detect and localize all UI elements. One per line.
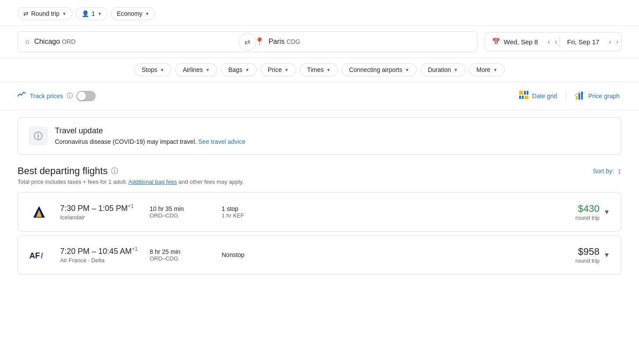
travel-update-card: ⓘ Travel update Coronavirus disease (COV…	[18, 117, 621, 155]
route-text-2: ORD–CDG	[150, 255, 211, 262]
track-prices-toggle[interactable]	[76, 91, 96, 101]
destination-field[interactable]: 📍 Paris CDG	[248, 32, 477, 52]
depart-date-next[interactable]: ›	[553, 35, 560, 49]
swap-airports-button[interactable]: ⇄	[239, 33, 256, 50]
return-date-field[interactable]: Fri, Sep 17	[560, 33, 606, 51]
swap-icon: ⇄	[23, 10, 29, 17]
flight-card-1[interactable]: 7:30 PM – 1:05 PM+1 Icelandair 10 hr 35 …	[18, 192, 621, 232]
airlines-label: Airlines	[183, 66, 203, 73]
additional-bag-fees-link[interactable]: Additional bag fees	[129, 178, 177, 185]
passengers-label: 1	[92, 10, 95, 17]
stops-label: Stops	[142, 66, 158, 73]
track-right: Date grid Price graph	[517, 89, 621, 103]
svg-rect-3	[519, 96, 521, 99]
flight-stops-1: 1 stop 1 hr KEF	[222, 205, 274, 219]
depart-date-prev[interactable]: ‹	[545, 35, 553, 49]
origin-field[interactable]: ○ Chicago ORD	[18, 32, 248, 52]
cabin-class-label: Economy	[117, 10, 142, 17]
stop-detail-1: 1 hr KEF	[222, 212, 274, 219]
results-header: Best departing flights ⓘ Sort by: ↕	[18, 165, 621, 177]
stops-chevron: ▼	[160, 68, 165, 72]
svg-text:AF: AF	[29, 251, 40, 260]
connecting-airports-chevron: ▼	[405, 68, 409, 72]
icelandair-logo-svg	[30, 203, 48, 221]
airlines-chevron: ▼	[205, 68, 210, 72]
flight-card-2[interactable]: AF / 7:20 PM – 10:45 AM+1 Air France · D…	[18, 235, 621, 275]
svg-rect-0	[519, 91, 523, 95]
filter-bags[interactable]: Bags ▼	[221, 63, 257, 76]
origin-code: ORD	[62, 38, 75, 45]
bags-chevron: ▼	[245, 68, 249, 72]
svg-rect-6	[576, 96, 578, 100]
return-date-next[interactable]: ›	[614, 35, 621, 49]
travel-update-content: Travel update Coronavirus disease (COVID…	[55, 126, 245, 145]
return-date-label: Fri, Sep 17	[567, 38, 599, 46]
price-graph-icon	[575, 91, 585, 101]
duration-text-1: 10 hr 35 min	[150, 205, 211, 212]
calendar-icon: 📅	[492, 38, 500, 46]
results-section: Best departing flights ⓘ Sort by: ↕ Tota…	[0, 162, 639, 285]
filter-price[interactable]: Price ▼	[260, 63, 296, 76]
flight-stops-2: Nonstop	[222, 251, 274, 258]
bags-label: Bags	[228, 66, 242, 73]
subtitle-end: and other fees may apply.	[179, 178, 244, 185]
results-title-row: Best departing flights ⓘ	[18, 165, 118, 177]
flight-times-1: 7:30 PM – 1:05 PM+1 Icelandair	[60, 203, 139, 221]
price-label: Price	[268, 66, 282, 73]
svg-rect-1	[524, 91, 526, 95]
route-text-1: ORD–CDG	[150, 212, 211, 219]
flight-expand-1[interactable]: ▾	[603, 205, 610, 218]
airline-logo-2: AF /	[29, 244, 50, 265]
track-left: Track prices ⓘ	[18, 91, 517, 101]
times-chevron: ▼	[326, 68, 330, 72]
trip-type-label: Round trip	[31, 10, 60, 17]
filter-airlines[interactable]: Airlines ▼	[175, 63, 217, 76]
origin-circle-icon: ○	[25, 37, 30, 46]
date-grid-button[interactable]: Date grid	[517, 89, 559, 103]
duration-text-2: 8 hr 25 min	[150, 248, 211, 255]
travel-update-description: Coronavirus disease (COVID-19) may impac…	[55, 138, 197, 145]
filter-stops[interactable]: Stops ▼	[134, 63, 172, 76]
sort-by-label: Sort by:	[593, 168, 614, 175]
depart-date-label: Wed, Sep 8	[504, 38, 538, 46]
more-chevron: ▼	[493, 68, 497, 72]
return-date-prev[interactable]: ‹	[607, 35, 614, 49]
search-row: ○ Chicago ORD ⇄ 📍 Paris CDG 📅 Wed, Sep 8…	[0, 26, 639, 58]
more-label: More	[477, 66, 491, 73]
sort-icon: ↕	[617, 167, 621, 176]
price-graph-button[interactable]: Price graph	[573, 89, 621, 103]
price-graph-label: Price graph	[588, 93, 620, 100]
flight-times-2: 7:20 PM – 10:45 AM+1 Air France · Delta	[60, 246, 139, 264]
svg-rect-2	[527, 91, 528, 95]
filter-times[interactable]: Times ▼	[300, 63, 338, 76]
day-offset-1: +1	[128, 203, 134, 209]
filter-connecting-airports[interactable]: Connecting airports ▼	[341, 63, 416, 76]
cabin-class-selector[interactable]: Economy ▼	[111, 7, 155, 20]
airline-name-2: Air France · Delta	[60, 257, 139, 264]
depart-date-field[interactable]: 📅 Wed, Sep 8	[485, 32, 545, 51]
destination-code: CDG	[287, 38, 300, 45]
price-chevron: ▼	[284, 68, 289, 72]
track-prices-button[interactable]: Track prices	[30, 93, 63, 100]
person-icon: 👤	[82, 10, 89, 17]
filter-more[interactable]: More ▼	[469, 63, 505, 76]
best-departing-flights-title: Best departing flights	[18, 165, 108, 177]
day-offset-2: +1	[132, 246, 138, 252]
svg-text:/: /	[41, 251, 43, 260]
sort-by-button[interactable]: Sort by: ↕	[593, 167, 621, 176]
track-prices-info-icon[interactable]: ⓘ	[67, 92, 73, 100]
trip-type-selector[interactable]: ⇄ Round trip ▼	[18, 7, 72, 20]
flight-duration-1: 10 hr 35 min ORD–CDG	[150, 205, 211, 219]
date-grid-label: Date grid	[532, 93, 557, 100]
svg-rect-5	[524, 96, 528, 99]
views-divider	[566, 91, 566, 101]
see-travel-advice-link[interactable]: See travel advice	[198, 138, 245, 145]
filter-duration[interactable]: Duration ▼	[420, 63, 466, 76]
track-row: Track prices ⓘ Date grid	[0, 82, 639, 110]
duration-label: Duration	[428, 66, 451, 73]
origin-display: Chicago ORD	[34, 38, 75, 46]
passengers-selector[interactable]: 👤 1 ▼	[76, 7, 108, 20]
time-range-2: 7:20 PM – 10:45 AM+1	[60, 246, 139, 256]
origin-city: Chicago	[34, 38, 60, 45]
flight-expand-2[interactable]: ▾	[603, 248, 610, 261]
